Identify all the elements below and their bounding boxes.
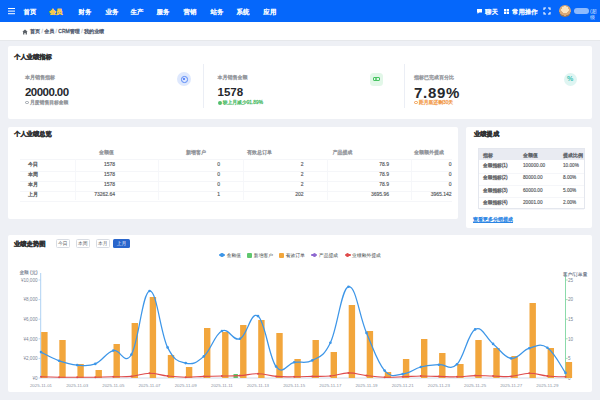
svg-text:20: 20 — [568, 297, 574, 302]
svg-text:25: 25 — [568, 278, 574, 283]
svg-text:2025-11-25: 2025-11-25 — [464, 383, 487, 388]
svg-text:2025-11-11: 2025-11-11 — [211, 383, 233, 388]
svg-text:客户/订单量: 客户/订单量 — [563, 272, 588, 278]
svg-text:2025-11-29: 2025-11-29 — [536, 383, 559, 388]
svg-text:2025-11-01: 2025-11-01 — [30, 383, 53, 388]
svg-text:2025-11-23: 2025-11-23 — [428, 383, 451, 388]
svg-text:2025-11-05: 2025-11-05 — [102, 383, 125, 388]
svg-text:2025-11-03: 2025-11-03 — [66, 383, 89, 388]
svg-text:¥4,000: ¥4,000 — [23, 337, 37, 342]
svg-text:5: 5 — [568, 356, 571, 361]
svg-text:2025-11-27: 2025-11-27 — [500, 383, 523, 388]
svg-text:¥6,000: ¥6,000 — [23, 317, 37, 322]
svg-text:2025-11-09: 2025-11-09 — [175, 383, 198, 388]
svg-text:金额 (元): 金额 (元) — [20, 269, 39, 275]
svg-text:¥10,000: ¥10,000 — [21, 278, 38, 283]
svg-text:¥8,000: ¥8,000 — [23, 297, 37, 302]
svg-text:15: 15 — [568, 317, 574, 322]
svg-text:¥2,000: ¥2,000 — [23, 356, 37, 361]
svg-text:10: 10 — [568, 337, 574, 342]
svg-text:2025-11-19: 2025-11-19 — [355, 383, 378, 388]
svg-text:¥0: ¥0 — [32, 376, 38, 381]
svg-text:2025-11-21: 2025-11-21 — [392, 383, 415, 388]
svg-text:2025-11-07: 2025-11-07 — [138, 383, 161, 388]
svg-text:2025-11-15: 2025-11-15 — [283, 383, 306, 388]
svg-text:2025-11-17: 2025-11-17 — [319, 383, 342, 388]
svg-text:2025-11-13: 2025-11-13 — [247, 383, 270, 388]
